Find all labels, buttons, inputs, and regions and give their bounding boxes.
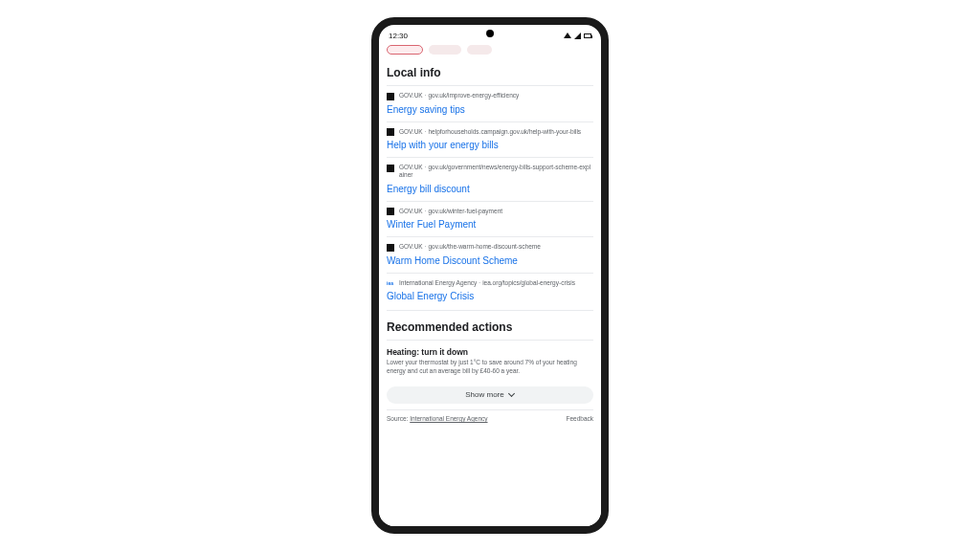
search-result[interactable]: iea International Energy Agency·iea.org/… — [387, 273, 593, 309]
tab-news[interactable] — [467, 45, 492, 55]
footer-source-label: Source: — [387, 415, 408, 422]
govuk-icon — [387, 208, 394, 215]
chevron-down-icon — [508, 391, 515, 398]
result-link[interactable]: Help with your energy bills — [387, 136, 593, 150]
status-time: 12:30 — [389, 32, 408, 40]
result-source: GOV.UK·gov.uk/the-warm-home-discount-sch… — [387, 243, 593, 252]
govuk-icon — [387, 165, 394, 172]
footer-source-link[interactable]: International Energy Agency — [410, 415, 487, 422]
govuk-icon — [387, 93, 394, 100]
search-result[interactable]: GOV.UK·gov.uk/winter-fuel-payment Winter… — [387, 201, 593, 237]
search-result[interactable]: GOV.UK·gov.uk/government/news/energy-bil… — [387, 157, 593, 201]
tab-local-info[interactable] — [429, 45, 461, 55]
section-heading-recommended: Recommended actions — [387, 310, 593, 340]
status-icons — [564, 33, 591, 39]
iea-icon: iea — [387, 279, 394, 287]
result-source: GOV.UK·gov.uk/winter-fuel-payment — [387, 208, 593, 216]
camera-notch — [486, 30, 494, 37]
recommended-action-title: Heating: turn it down — [387, 347, 593, 359]
section-heading-local-info: Local info — [387, 60, 593, 85]
tabs-row — [387, 42, 593, 60]
govuk-icon — [387, 244, 394, 252]
screen-content: Local info GOV.UK·gov.uk/improve-energy-… — [379, 42, 601, 526]
show-more-button[interactable]: Show more — [387, 386, 593, 404]
search-result[interactable]: GOV.UK·helpforhouseholds.campaign.gov.uk… — [387, 121, 593, 158]
result-link[interactable]: Winter Fuel Payment — [387, 215, 593, 230]
recommended-action: Heating: turn it down Lower your thermos… — [387, 340, 593, 380]
phone-frame: 12:30 Local info GOV.UK·gov.uk/improve-e… — [371, 17, 609, 534]
result-link[interactable]: Warm Home Discount Scheme — [387, 252, 593, 266]
signal-icon — [574, 33, 581, 39]
result-source: iea International Energy Agency·iea.org/… — [387, 279, 593, 288]
govuk-icon — [387, 128, 394, 136]
card-footer: Source: International Energy Agency Feed… — [387, 409, 593, 426]
result-source: GOV.UK·gov.uk/improve-energy-efficiency — [387, 92, 593, 100]
search-result[interactable]: GOV.UK·gov.uk/the-warm-home-discount-sch… — [387, 236, 593, 273]
result-source: GOV.UK·helpforhouseholds.campaign.gov.uk… — [387, 128, 593, 137]
show-more-label: Show more — [465, 390, 503, 399]
result-link[interactable]: Energy saving tips — [387, 100, 593, 115]
battery-icon — [584, 33, 591, 38]
feedback-link[interactable]: Feedback — [566, 415, 593, 422]
result-source: GOV.UK·gov.uk/government/news/energy-bil… — [387, 164, 593, 180]
result-link[interactable]: Energy bill discount — [387, 180, 593, 194]
search-result[interactable]: GOV.UK·gov.uk/improve-energy-efficiency … — [387, 85, 593, 121]
wifi-icon — [564, 33, 571, 38]
result-link[interactable]: Global Energy Crisis — [387, 287, 593, 301]
tab-overview[interactable] — [387, 45, 423, 55]
recommended-action-description: Lower your thermostat by just 1°C to sav… — [387, 359, 593, 376]
